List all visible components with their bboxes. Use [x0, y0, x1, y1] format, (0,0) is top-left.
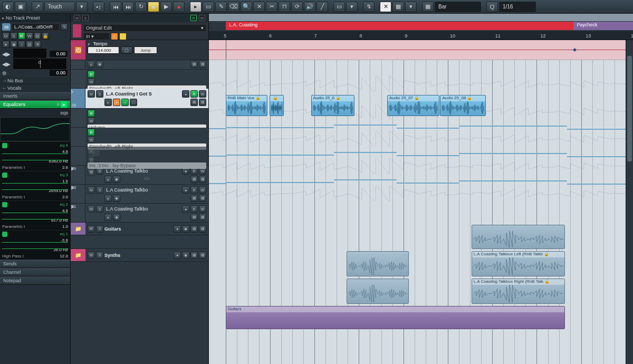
- line-tool[interactable]: ╱: [316, 2, 328, 12]
- audio-clip[interactable]: Audio 25_08🔒: [440, 95, 486, 116]
- channel-section[interactable]: Channel: [0, 268, 70, 276]
- freeze-icon[interactable]: ❄: [34, 41, 41, 48]
- monitor-icon[interactable]: ◉: [10, 41, 17, 48]
- track-name-field[interactable]: L.ACoas...ot5OnR: [12, 23, 60, 31]
- write-button[interactable]: W: [26, 32, 33, 40]
- auto-scroll-icon[interactable]: •↕: [93, 2, 104, 12]
- audio-clip[interactable]: [472, 225, 565, 249]
- automation-segment[interactable]: [567, 129, 626, 130]
- input-bus-row[interactable]: ←Vocals: [0, 84, 70, 92]
- lock-icon[interactable]: 🔒: [42, 32, 49, 40]
- play-tool[interactable]: 🔊: [304, 2, 315, 12]
- eq-band[interactable]: eq 2 4.8817.0 HzParametric I1.0: [0, 200, 70, 230]
- grid-type-icon[interactable]: ▦: [422, 2, 434, 12]
- solo-button[interactable]: S: [10, 32, 17, 40]
- mute-button[interactable]: M: [2, 32, 9, 40]
- automation-segment[interactable]: [226, 155, 334, 156]
- snap-menu-icon[interactable]: ▾: [405, 2, 417, 12]
- automation-segment[interactable]: [334, 124, 397, 126]
- automation-mode-icon[interactable]: ↗: [32, 2, 43, 12]
- grid-type-drop[interactable]: Bar: [435, 2, 481, 12]
- timebase-icon[interactable]: ♪: [18, 41, 25, 48]
- timeline-ruler[interactable]: L.A. CoastingPaycheck 567891011121314: [209, 14, 633, 40]
- suspend-icon[interactable]: ▣: [15, 2, 26, 12]
- snap-on-icon[interactable]: ✕: [380, 2, 391, 12]
- erase-tool[interactable]: ⌫: [228, 2, 239, 12]
- track-row[interactable]: 30 MSL.A Coasting Talkbo●RW e◉▤▤: [71, 185, 208, 204]
- automation-mode-drop[interactable]: Touch: [44, 2, 75, 12]
- audio-clip[interactable]: [347, 251, 409, 276]
- lane-button[interactable]: ▤: [34, 32, 41, 40]
- automation-segment[interactable]: [226, 182, 334, 183]
- automation-segment[interactable]: [334, 152, 397, 153]
- audio-clip[interactable]: L.A Coasting Talkbox Left (RnB Talkb🔒: [472, 251, 565, 276]
- solo-editor-icon[interactable]: ♪: [119, 33, 127, 40]
- folder-track-synths[interactable]: 📁 MSSynths●◉▤▤: [71, 249, 208, 262]
- global-write-icon[interactable]: W: [199, 15, 205, 21]
- global-read-icon[interactable]: R: [190, 15, 197, 21]
- track-row-selected[interactable]: 28 MSL.A Coasting I Got S●RW e◉↔▢▤▤: [71, 89, 208, 109]
- eq-band[interactable]: eq 3 1.62659.0 HzParametric I2.0: [0, 171, 70, 200]
- automation-segment[interactable]: [209, 128, 226, 129]
- tempo-mode-drop[interactable]: Jump: [134, 46, 157, 54]
- automation-segment[interactable]: [567, 156, 626, 157]
- global-mute-icon[interactable]: M: [74, 15, 80, 21]
- audio-clip[interactable]: Guitars: [226, 306, 565, 329]
- audio-clip[interactable]: L.A Coasting Talkbox Right (RnB Talk🔒: [472, 279, 565, 304]
- automation-segment[interactable]: [397, 128, 459, 129]
- track-write-button[interactable]: W: [199, 90, 206, 98]
- automation-segment[interactable]: [334, 179, 397, 180]
- automation-segment[interactable]: [397, 183, 459, 184]
- track-mute-button[interactable]: M: [88, 90, 95, 98]
- play-button[interactable]: ▶: [160, 2, 172, 12]
- mute-tool[interactable]: ✕: [253, 2, 265, 12]
- read-button[interactable]: R: [18, 32, 25, 40]
- notepad-section[interactable]: Notepad: [0, 276, 70, 285]
- automation-segment[interactable]: [226, 127, 334, 128]
- track-preset-label[interactable]: No Track Preset: [6, 15, 68, 21]
- eq-preset-label[interactable]: eqs: [60, 110, 68, 116]
- editor-preset-drop[interactable]: Original Edit ▾: [83, 24, 206, 32]
- marker[interactable]: Paycheck: [573, 22, 633, 30]
- lane-read-button[interactable]: R: [88, 71, 95, 78]
- automation-segment[interactable]: [397, 155, 459, 156]
- quantize-icon[interactable]: Q: [486, 2, 498, 12]
- monitor-mode-drop[interactable]: In ▾: [83, 33, 110, 40]
- lane-write-button[interactable]: W: [88, 78, 95, 85]
- split-tool[interactable]: ✂: [266, 2, 277, 12]
- go-start-icon[interactable]: ⏮: [110, 2, 121, 12]
- color-tool[interactable]: ▭: [333, 2, 345, 12]
- audio-clip[interactable]: 🔒: [270, 95, 284, 116]
- audio-clip[interactable]: Audio 25_07🔒: [387, 95, 439, 116]
- global-solo-icon[interactable]: S: [82, 15, 89, 21]
- stop-button[interactable]: ■: [148, 2, 159, 12]
- record-arm-icon[interactable]: ●: [2, 41, 9, 48]
- cycle-icon[interactable]: ↻: [135, 2, 147, 12]
- track-row[interactable]: 31 MSL.A Coasting Talkbo●RW e◉▤▤: [71, 204, 208, 223]
- delay-value[interactable]: 0.00: [49, 69, 68, 76]
- range-tool[interactable]: ▭: [203, 2, 214, 12]
- tempo-curve-icon[interactable]: ▢: [121, 46, 132, 54]
- quantize-drop[interactable]: 1/16: [499, 2, 536, 12]
- automation-segment[interactable]: [209, 183, 226, 184]
- marker[interactable]: L.A. Coasting: [226, 22, 573, 30]
- audio-clip[interactable]: Audio 25_0🔒: [311, 95, 355, 116]
- automation-segment[interactable]: [459, 180, 567, 181]
- automation-segment[interactable]: [209, 156, 226, 157]
- glue-tool[interactable]: ⊓: [279, 2, 290, 12]
- arrow-tool[interactable]: ▸: [190, 2, 202, 12]
- output-bus-row[interactable]: →No Bus: [0, 77, 70, 84]
- snap-type-icon[interactable]: ▦: [392, 2, 404, 12]
- eq-band[interactable]: eq 1 -3.826.0 HzHigh Pass I12.0: [0, 230, 70, 260]
- equalizers-section[interactable]: Equalizers○▸: [0, 100, 70, 109]
- draw-tool[interactable]: ✎: [215, 2, 227, 12]
- color-menu-icon[interactable]: ▾: [346, 2, 358, 12]
- track-edit-icon[interactable]: ✎: [61, 23, 68, 31]
- eq-curve-graph[interactable]: [0, 117, 70, 141]
- eq-band[interactable]: eq 4 4.88362.0 HzParametric I2.6: [0, 141, 70, 171]
- inserts-section[interactable]: Inserts: [0, 92, 70, 100]
- tempo-value[interactable]: 114.000: [88, 46, 119, 54]
- arrange-area[interactable]: L.A. CoastingPaycheck 567891011121314 Rn…: [209, 14, 633, 364]
- zero-crossing-icon[interactable]: ↯: [363, 2, 375, 12]
- record-button[interactable]: ●: [173, 2, 185, 12]
